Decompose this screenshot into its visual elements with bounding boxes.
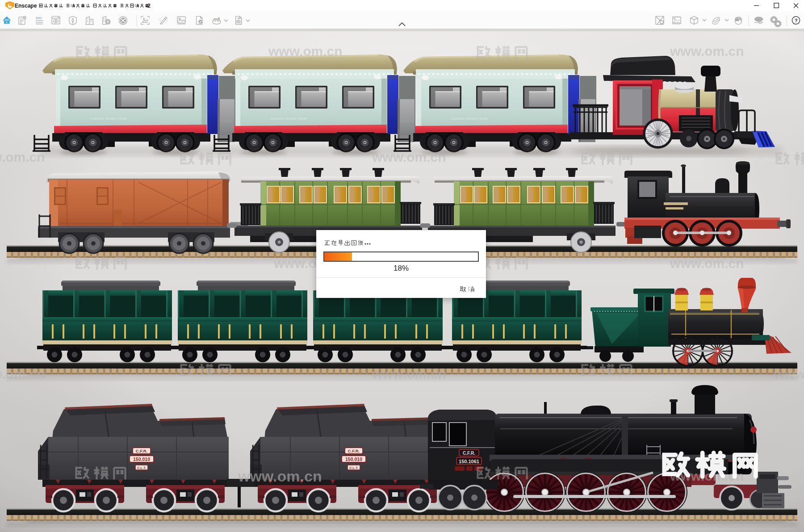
svg-text:www.om.cn: www.om.cn bbox=[0, 367, 45, 381]
svg-text:C.F.R.: C.F.R. bbox=[463, 451, 475, 456]
svg-text:EXE: EXE bbox=[237, 21, 242, 23]
svg-text:www.om.cn: www.om.cn bbox=[670, 44, 744, 59]
svg-text:Enscape -: Enscape - bbox=[15, 3, 42, 9]
svg-text:150.1061: 150.1061 bbox=[459, 459, 479, 464]
svg-text:www.om.cn: www.om.cn bbox=[372, 367, 446, 381]
svg-text:www.om.cn: www.om.cn bbox=[0, 150, 45, 164]
svg-text:360: 360 bbox=[214, 17, 219, 21]
svg-text:www.om.cn: www.om.cn bbox=[774, 367, 804, 381]
svg-text:BIM: BIM bbox=[36, 16, 42, 20]
svg-text:2: 2 bbox=[147, 3, 151, 9]
svg-text:www.om.cn: www.om.cn bbox=[238, 468, 322, 485]
svg-text:www.om.cn: www.om.cn bbox=[372, 150, 446, 164]
svg-text:www.om.cn: www.om.cn bbox=[268, 44, 343, 59]
svg-text:www.om.cn: www.om.cn bbox=[670, 256, 744, 271]
svg-text:?: ? bbox=[795, 18, 798, 23]
